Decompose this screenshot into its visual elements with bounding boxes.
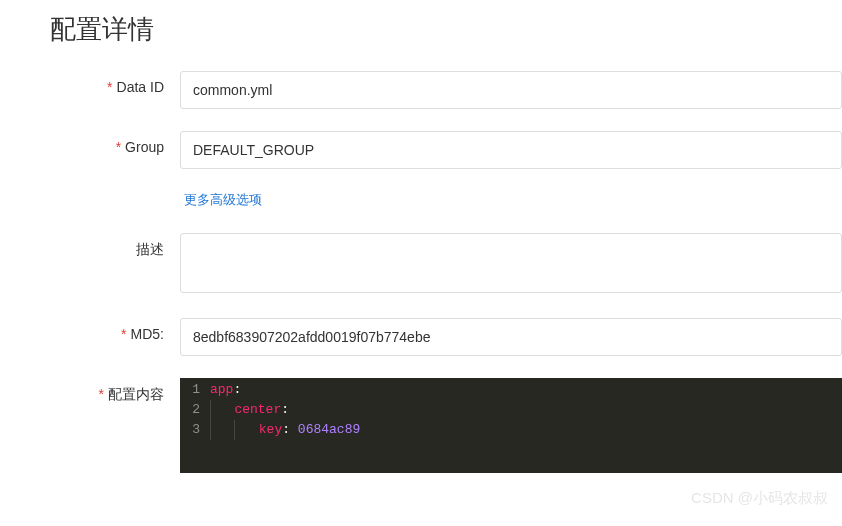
code-content: key: 0684ac89 <box>210 420 842 440</box>
code-editor[interactable]: 1app:2 center:3 key: 0684ac89 <box>180 378 842 473</box>
label-md5: *MD5: <box>0 318 180 342</box>
label-data-id: *Data ID <box>0 71 180 95</box>
page-title: 配置详情 <box>0 0 842 71</box>
input-group[interactable] <box>180 131 842 169</box>
line-number: 2 <box>180 400 210 420</box>
line-number: 1 <box>180 380 210 400</box>
row-content: *配置内容 1app:2 center:3 key: 0684ac89 <box>0 378 842 473</box>
code-line: 2 center: <box>180 400 842 420</box>
row-description: 描述 <box>0 233 842 296</box>
row-advanced: 更多高级选项 <box>0 191 842 209</box>
input-description[interactable] <box>180 233 842 293</box>
label-description: 描述 <box>0 233 180 259</box>
input-md5[interactable] <box>180 318 842 356</box>
row-data-id: *Data ID <box>0 71 842 109</box>
code-line: 1app: <box>180 380 842 400</box>
advanced-options-link[interactable]: 更多高级选项 <box>180 192 262 207</box>
watermark: CSDN @小码农叔叔 <box>691 489 828 508</box>
row-md5: *MD5: <box>0 318 842 356</box>
label-group: *Group <box>0 131 180 155</box>
line-number: 3 <box>180 420 210 440</box>
row-group: *Group <box>0 131 842 169</box>
input-data-id[interactable] <box>180 71 842 109</box>
code-content: center: <box>210 400 842 420</box>
label-content: *配置内容 <box>0 378 180 404</box>
code-line: 3 key: 0684ac89 <box>180 420 842 440</box>
code-content: app: <box>210 380 842 400</box>
